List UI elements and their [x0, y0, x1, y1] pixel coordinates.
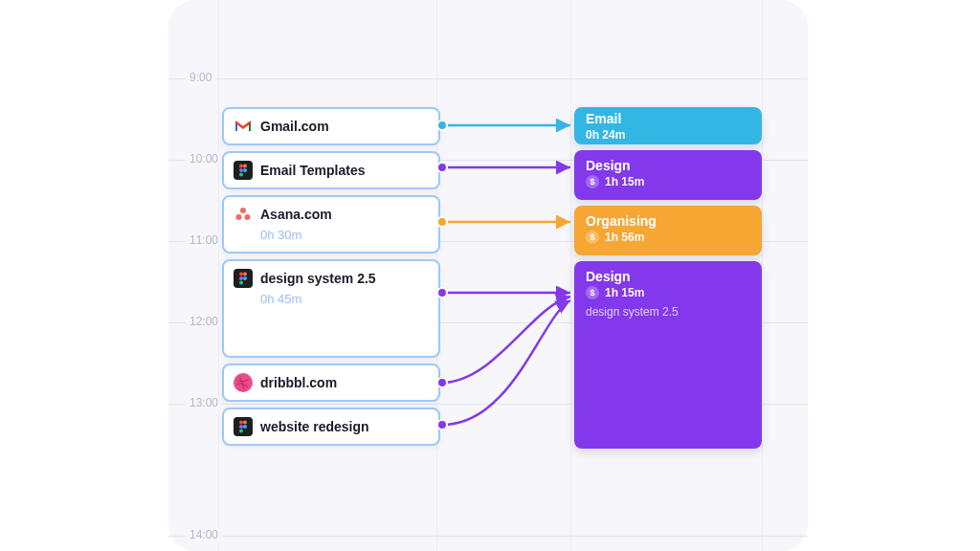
category-title: Organising: [586, 213, 750, 229]
svg-point-18: [239, 430, 243, 433]
figma-icon: [234, 417, 253, 436]
billable-icon: $: [586, 231, 599, 244]
category-title: Design: [586, 269, 750, 284]
source-card-gmail[interactable]: Gmail.com: [222, 107, 440, 145]
category-card-email[interactable]: Email 0h 24m: [574, 107, 762, 144]
source-title: Asana.com: [260, 207, 332, 222]
hour-label: 9:00: [186, 71, 215, 84]
svg-point-8: [239, 273, 243, 276]
category-duration: 1h 56m: [605, 231, 644, 244]
category-card-organising[interactable]: Organising $ 1h 56m: [574, 206, 762, 255]
category-duration: 1h 15m: [605, 286, 644, 299]
svg-point-15: [243, 421, 247, 425]
source-card-website-redesign[interactable]: website redesign: [222, 408, 440, 446]
category-subtitle: design system 2.5: [586, 305, 750, 319]
source-card-design-system[interactable]: design system 2.5 0h 45m: [222, 259, 440, 358]
svg-point-1: [243, 165, 247, 168]
category-title: Design: [586, 158, 750, 173]
source-title: Gmail.com: [260, 119, 329, 134]
svg-point-5: [240, 208, 246, 213]
source-title: Email Templates: [260, 163, 365, 178]
hour-label: 13:00: [186, 396, 222, 409]
source-duration: 0h 30m: [260, 228, 429, 242]
hour-label: 10:00: [186, 152, 222, 165]
source-title: dribbbl.com: [260, 375, 337, 390]
hour-label: 12:00: [186, 315, 222, 328]
calendar-panel: 9:00 10:00 11:00 12:00 13:00 14:00 Gmail…: [168, 0, 808, 551]
source-card-asana[interactable]: Asana.com 0h 30m: [222, 195, 440, 253]
billable-icon: $: [586, 175, 599, 188]
source-duration: 0h 45m: [260, 292, 429, 306]
svg-point-3: [243, 168, 247, 172]
svg-point-17: [243, 425, 247, 429]
source-card-dribbble[interactable]: dribbbl.com: [222, 364, 440, 402]
source-list: Gmail.com Email Templates Asana.com 0h 3…: [222, 107, 440, 446]
hour-label: 11:00: [186, 233, 222, 247]
category-title: Email: [586, 111, 750, 126]
hour-label: 14:00: [186, 528, 222, 541]
svg-point-7: [245, 214, 251, 220]
category-card-design[interactable]: Design $ 1h 15m: [574, 150, 762, 200]
gmail-icon: [234, 117, 253, 136]
svg-point-2: [239, 168, 243, 172]
svg-point-6: [236, 214, 242, 220]
category-card-design-2[interactable]: Design $ 1h 15m design system 2.5: [574, 261, 762, 449]
billable-icon: $: [586, 286, 599, 299]
source-card-email-templates[interactable]: Email Templates: [222, 151, 440, 189]
dribbble-icon: [234, 373, 253, 392]
source-title: website redesign: [260, 419, 369, 434]
svg-point-14: [239, 421, 243, 425]
source-title: design system 2.5: [260, 271, 376, 286]
figma-icon: [234, 269, 253, 288]
svg-point-4: [239, 173, 243, 177]
svg-point-10: [239, 276, 243, 280]
category-list: Email 0h 24m Design $ 1h 15m Organising …: [574, 107, 762, 449]
svg-point-11: [243, 276, 247, 280]
svg-point-9: [243, 273, 247, 276]
figma-icon: [234, 161, 253, 180]
category-duration: 0h 24m: [586, 128, 625, 142]
svg-point-12: [239, 281, 243, 285]
asana-icon: [234, 205, 253, 224]
category-duration: 1h 15m: [605, 175, 644, 188]
svg-point-16: [239, 425, 243, 429]
svg-point-0: [239, 165, 243, 168]
